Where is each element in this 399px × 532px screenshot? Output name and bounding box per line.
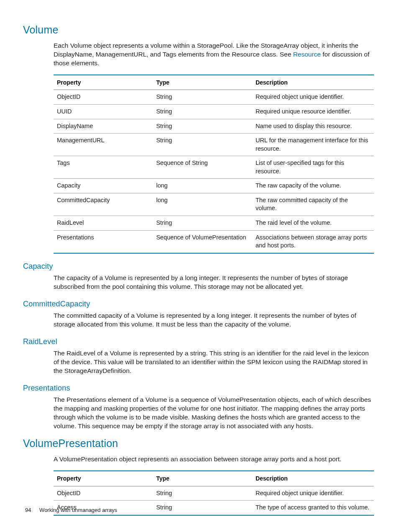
table-row: TagsSequence of StringList of user-speci… bbox=[54, 156, 374, 179]
table-row: CommittedCapacitylongThe raw committed c… bbox=[54, 193, 374, 216]
cell-desc: Required object unique identifier. bbox=[252, 90, 374, 105]
cell-desc: Required unique resource identifier. bbox=[252, 104, 374, 119]
col-header-property: Property bbox=[54, 75, 153, 90]
cell-type: String bbox=[153, 501, 252, 515]
cell-prop: Presentations bbox=[54, 230, 153, 253]
cell-prop: ObjectID bbox=[54, 90, 153, 105]
cell-type: String bbox=[153, 119, 252, 134]
cell-type: String bbox=[153, 104, 252, 119]
cell-type: String bbox=[153, 486, 252, 501]
table-row: ObjectIDStringRequired object unique ide… bbox=[54, 486, 374, 501]
cell-desc: List of user-specified tags for this res… bbox=[252, 156, 374, 179]
subsection-heading-committedcapacity: CommittedCapacity bbox=[23, 299, 374, 309]
col-header-type: Type bbox=[153, 75, 252, 90]
volume-properties-table: Property Type Description ObjectIDString… bbox=[54, 75, 374, 254]
page-number: 94 bbox=[25, 507, 31, 513]
chapter-title: Working with unmanaged arrays bbox=[39, 507, 117, 513]
table-row: DisplayNameStringName used to display th… bbox=[54, 119, 374, 134]
cell-prop: UUID bbox=[54, 104, 153, 119]
cell-prop: ManagementURL bbox=[54, 134, 153, 156]
cell-desc: The type of access granted to this volum… bbox=[252, 501, 374, 515]
volume-intro: Each Volume object represents a volume w… bbox=[54, 41, 374, 68]
table-row: PresentationsSequence of VolumePresentat… bbox=[54, 230, 374, 253]
cell-prop: DisplayName bbox=[54, 119, 153, 134]
table-row: RaidLevelStringThe raid level of the vol… bbox=[54, 216, 374, 231]
cell-desc: The raw committed capacity of the volume… bbox=[252, 193, 374, 216]
cell-desc: URL for the management interface for thi… bbox=[252, 134, 374, 156]
table-header-row: Property Type Description bbox=[54, 75, 374, 90]
cell-type: long bbox=[153, 179, 252, 193]
cell-type: Sequence of VolumePresentation bbox=[153, 230, 252, 253]
subsection-body: The capacity of a Volume is represented … bbox=[54, 274, 374, 291]
table-row: UUIDStringRequired unique resource ident… bbox=[54, 104, 374, 119]
volumepresentation-intro: A VolumePresentation object represents a… bbox=[54, 455, 374, 464]
section-heading-volume: Volume bbox=[23, 23, 374, 37]
cell-desc: Required object unique identifier. bbox=[252, 486, 374, 501]
cell-type: long bbox=[153, 193, 252, 216]
subsection-body: The RaidLevel of a Volume is represented… bbox=[54, 349, 374, 375]
cell-desc: Name used to display this resource. bbox=[252, 119, 374, 134]
cell-prop: CommittedCapacity bbox=[54, 193, 153, 216]
cell-prop: Tags bbox=[54, 156, 153, 179]
subsection-heading-presentations: Presentations bbox=[23, 383, 374, 393]
section-heading-volumepresentation: VolumePresentation bbox=[23, 437, 374, 451]
subsection-heading-raidlevel: RaidLevel bbox=[23, 337, 374, 347]
cell-type: String bbox=[153, 216, 252, 231]
cell-desc: The raw capacity of the volume. bbox=[252, 179, 374, 193]
col-header-type: Type bbox=[153, 471, 252, 486]
subsection-body: The Presentations element of a Volume is… bbox=[54, 396, 374, 431]
cell-prop: ObjectID bbox=[54, 486, 153, 501]
table-row: CapacitylongThe raw capacity of the volu… bbox=[54, 179, 374, 193]
cell-type: String bbox=[153, 134, 252, 156]
resource-link[interactable]: Resource bbox=[293, 51, 321, 58]
cell-prop: RaidLevel bbox=[54, 216, 153, 231]
cell-type: String bbox=[153, 90, 252, 105]
col-header-description: Description bbox=[252, 471, 374, 486]
col-header-property: Property bbox=[54, 471, 153, 486]
table-row: ObjectIDStringRequired object unique ide… bbox=[54, 90, 374, 105]
cell-type: Sequence of String bbox=[153, 156, 252, 179]
page-footer: 94 Working with unmanaged arrays bbox=[25, 506, 117, 514]
col-header-description: Description bbox=[252, 75, 374, 90]
cell-prop: Capacity bbox=[54, 179, 153, 193]
table-header-row: Property Type Description bbox=[54, 471, 374, 486]
subsection-heading-capacity: Capacity bbox=[23, 261, 374, 271]
subsection-body: The committed capacity of a Volume is re… bbox=[54, 311, 374, 329]
table-row: ManagementURLStringURL for the managemen… bbox=[54, 134, 374, 156]
cell-desc: Associations between storage array ports… bbox=[252, 230, 374, 253]
cell-desc: The raid level of the volume. bbox=[252, 216, 374, 231]
